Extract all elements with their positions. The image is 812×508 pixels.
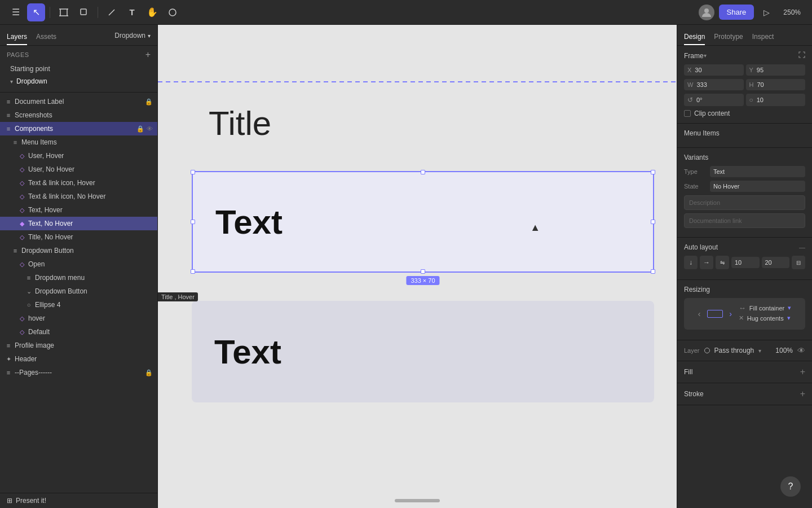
resizing-section: Resizing ‹ › ↔ Fill container ▾ [677, 280, 812, 340]
canvas-frame-lower[interactable]: Text [192, 301, 654, 402]
resize-handle-mr[interactable] [651, 220, 655, 224]
layer-name: Title, No Hover [28, 233, 153, 241]
corner-field[interactable]: ○ 10 [746, 94, 806, 106]
layer-name: --Pages------ [15, 369, 143, 376]
page-item-dropdown[interactable]: ▾ Dropdown [7, 75, 151, 87]
layer-pages-separator[interactable]: ≡ --Pages------ 🔒 [0, 366, 157, 379]
hug-contents-row: ✕ Hug contents ▾ [739, 314, 791, 322]
add-stroke-button[interactable]: + [800, 389, 805, 399]
layer-name: hover [28, 314, 153, 322]
layer-hover[interactable]: ◇ hover [0, 312, 157, 325]
page-item-starting[interactable]: Starting point [7, 63, 151, 75]
al-align-btn[interactable]: ⊟ [792, 256, 805, 269]
zoom-control[interactable]: 250% [779, 6, 805, 19]
layer-dropdown-menu[interactable]: ≡ Dropdown menu [0, 271, 157, 284]
layer-user-no-hover[interactable]: ◇ User, No Hover [0, 163, 157, 176]
state-value[interactable]: No Hover [710, 181, 805, 192]
pen-tool[interactable] [103, 3, 121, 21]
pass-through-chevron[interactable]: ▾ [758, 348, 761, 354]
shape-tool[interactable] [75, 3, 93, 21]
visibility-icon[interactable]: 👁 [147, 125, 153, 133]
layer-dropdown-button-group[interactable]: ≡ Dropdown Button [0, 244, 157, 257]
present-button[interactable]: ⊞ Present it! [0, 493, 157, 508]
h-field[interactable]: H 70 [746, 79, 806, 90]
dropdown-selector[interactable]: Dropdown ▾ [114, 32, 151, 40]
play-button[interactable]: ▷ [758, 5, 774, 20]
w-field[interactable]: W 333 [684, 79, 744, 90]
expand-icon[interactable] [798, 51, 805, 60]
layer-document-label[interactable]: ≡ Document Label 🔒 [0, 95, 157, 108]
resize-handle-tm[interactable] [421, 170, 425, 174]
minus-icon[interactable]: — [799, 244, 805, 251]
al-down-btn[interactable]: ↓ [684, 256, 698, 269]
type-value[interactable]: Text [710, 166, 805, 177]
lock-icon: 🔒 [145, 369, 153, 376]
layer-menu-items[interactable]: ≡ Menu Items [0, 135, 157, 149]
share-button[interactable]: Share [719, 5, 754, 20]
description-input[interactable] [684, 195, 805, 210]
layer-open[interactable]: ◇ Open [0, 257, 157, 271]
resize-handle-bl[interactable] [191, 269, 195, 274]
component-icon: ◇ [18, 260, 26, 268]
tab-assets[interactable]: Assets [36, 29, 56, 45]
help-button[interactable]: ? [780, 476, 801, 497]
layer-dropdown-button-child[interactable]: ⌄ Dropdown Button [0, 284, 157, 298]
canvas-area[interactable]: Title , Hover Title Text ▲ [158, 25, 677, 508]
al-padding-value[interactable]: 20 [762, 257, 790, 268]
layer-user-hover[interactable]: ◇ User, Hover [0, 149, 157, 163]
fill-dropdown-chevron[interactable]: ▾ [788, 304, 791, 312]
resize-handle-bm[interactable] [421, 269, 425, 274]
text-tool[interactable]: T [123, 3, 141, 21]
resize-handle-tr[interactable] [651, 170, 655, 174]
component-icon: ◇ [18, 314, 26, 322]
eye-icon[interactable]: 👁 [797, 346, 805, 355]
add-page-button[interactable]: + [145, 50, 151, 59]
layer-ellipse-4[interactable]: ○ Ellipse 4 [0, 298, 157, 312]
canvas-scrollbar[interactable] [395, 499, 440, 502]
layer-text-no-hover[interactable]: ◆ Text, No Hover [0, 217, 157, 230]
al-right-btn[interactable]: → [700, 256, 713, 269]
add-fill-button[interactable]: + [800, 367, 805, 377]
canvas-frame-text: Text [215, 203, 283, 242]
chevron-icon: ▾ [10, 78, 13, 85]
layer-screenshots[interactable]: ≡ Screenshots [0, 108, 157, 122]
layer-title-no-hover[interactable]: ◇ Title, No Hover [0, 230, 157, 244]
clip-content-checkbox[interactable] [684, 110, 691, 117]
hug-dropdown-chevron[interactable]: ▾ [787, 314, 791, 322]
menu-tool[interactable]: ☰ [7, 3, 25, 21]
avatar[interactable] [699, 5, 714, 20]
resize-handle-tl[interactable] [191, 170, 195, 174]
fill-icon: ↔ [739, 304, 746, 312]
tab-design[interactable]: Design [684, 29, 705, 45]
layer-components[interactable]: ≡ Components 🔒 👁 [0, 122, 157, 135]
resize-handle-br[interactable] [651, 269, 655, 274]
resize-handle-ml[interactable] [191, 220, 195, 224]
comment-tool[interactable] [164, 3, 182, 21]
layer-text-link-hover[interactable]: ◇ Text & link icon, Hover [0, 176, 157, 190]
component-filled-icon: ◆ [18, 220, 26, 227]
stroke-header: Stroke + [684, 389, 805, 399]
rotation-field[interactable]: ↺ 0° [684, 94, 744, 106]
canvas-frame-selected[interactable]: Text ▲ [192, 171, 654, 273]
layer-dot [704, 348, 710, 353]
frame-tool[interactable] [55, 3, 73, 21]
tab-layers[interactable]: Layers [7, 29, 27, 45]
frame-icon: ≡ [5, 369, 12, 376]
x-field[interactable]: X 30 [684, 64, 744, 76]
tab-prototype[interactable]: Prototype [714, 29, 743, 45]
tab-inspect[interactable]: Inspect [752, 29, 774, 45]
title-hover-label: Title , Hover [158, 292, 198, 301]
y-field[interactable]: Y 95 [746, 64, 806, 76]
al-wrap-btn[interactable]: ⇋ [716, 256, 729, 269]
hand-tool[interactable]: ✋ [143, 3, 161, 21]
layer-text-hover[interactable]: ◇ Text, Hover [0, 203, 157, 217]
layer-text-link-no-hover[interactable]: ◇ Text & link icon, No Hover [0, 190, 157, 203]
lock-icon[interactable]: 🔒 [136, 125, 144, 133]
opacity-value[interactable]: 100% [775, 347, 793, 354]
select-tool[interactable]: ↖ [27, 3, 45, 21]
layer-header[interactable]: ✦ Header [0, 352, 157, 366]
al-gap-value[interactable]: 10 [731, 257, 760, 268]
layer-profile-image[interactable]: ≡ Profile image [0, 339, 157, 352]
layer-default[interactable]: ◇ Default [0, 325, 157, 339]
doc-link-input[interactable] [684, 213, 805, 228]
